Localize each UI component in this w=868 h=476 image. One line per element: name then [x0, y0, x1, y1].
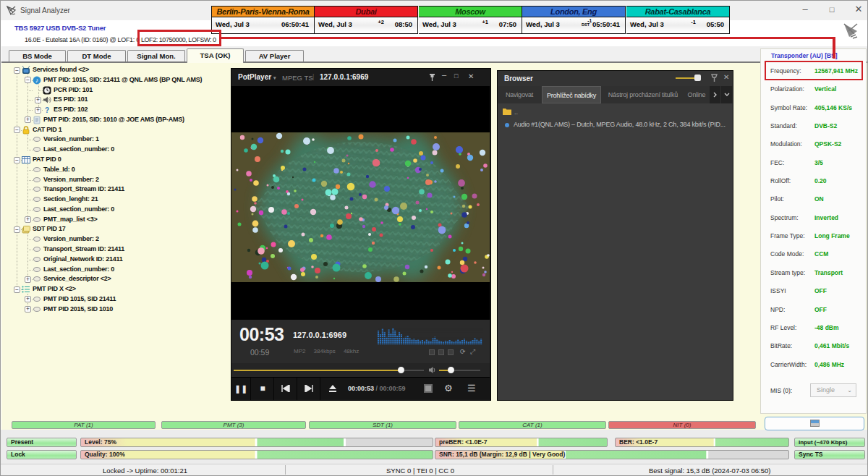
svg-text:♪: ♪: [35, 77, 39, 84]
svg-text:?: ?: [45, 106, 49, 114]
